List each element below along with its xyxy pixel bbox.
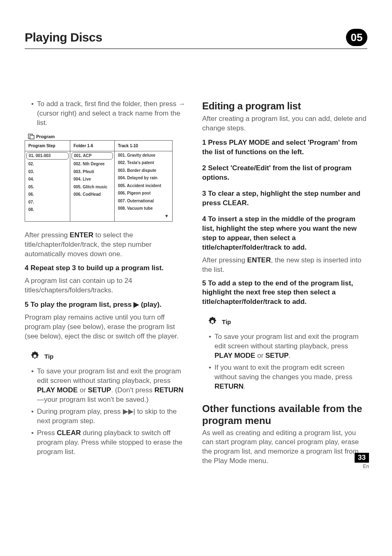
table-cell: 004. Delayed by rain [115, 174, 172, 182]
r-tip-bullet-2: • If you want to exit the program edit s… [209, 363, 367, 392]
program-icon [28, 134, 35, 139]
text-bold: ENTER [70, 231, 94, 239]
table-cell: 03. [25, 168, 70, 176]
col-header: Track 1-10 [115, 141, 172, 152]
text: (play). [139, 301, 161, 308]
text: To save your program list and exit the p… [37, 367, 181, 385]
page-number: 33 [355, 453, 369, 463]
bullet-dot: • [31, 367, 37, 405]
text-bold: SETUP [88, 386, 111, 394]
table-cell: 003. Pfeuti [70, 168, 114, 176]
other-functions-heading: Other functions available from the progr… [202, 403, 367, 427]
table-cell: 002. Tesla's patent [115, 159, 172, 167]
r-step-1: 1 Press PLAY MODE and select 'Program' f… [202, 138, 367, 157]
r-step-5: 5 To add a step to the end of the progra… [202, 279, 367, 307]
text-bold: RETURN [154, 386, 184, 394]
text-bold: RETURN [214, 382, 244, 390]
step-4-body: A program list can contain up to 24 titl… [25, 276, 190, 295]
gear-icon [206, 316, 219, 328]
table-cell: 07. [25, 198, 70, 206]
header-rule [25, 49, 367, 49]
text: 5 To play the program list, press [25, 301, 134, 308]
chapter-number-badge: 05 [346, 29, 367, 46]
text: or [78, 386, 88, 394]
table-cell: 04. [25, 176, 70, 183]
tip-bullet-2: • During program play, press ▶▶| to skip… [31, 407, 190, 426]
text: If you want to exit the program edit scr… [214, 364, 352, 381]
text: —your program list won't be saved.) [37, 396, 149, 403]
step-5-body: Program play remains active until you tu… [25, 313, 190, 341]
gear-icon [29, 350, 41, 363]
tip-label: Tip [44, 352, 53, 361]
text: . [244, 382, 246, 390]
step-4-head: 4 Repeat step 3 to build up a program li… [25, 264, 190, 273]
table-cell: 08. [25, 206, 70, 214]
scroll-down-icon: ▼ [115, 212, 172, 220]
text: During program play, press [37, 408, 123, 415]
r-step-4-body: After pressing ENTER, the new step is in… [202, 256, 367, 275]
left-column: • To add a track, first find the folder,… [25, 100, 190, 469]
text: . [288, 352, 291, 359]
text-bold: PLAY MODE [37, 386, 78, 394]
table-cell: 06. [25, 191, 70, 199]
table-cell: 007. Outernational [115, 197, 172, 205]
play-icon: ▶ [134, 301, 139, 308]
text: . (Don't press [111, 386, 154, 394]
text-bold: ENTER [247, 256, 271, 264]
text: Press [37, 429, 57, 437]
table-cell: 001. Gravity deluxe [115, 151, 172, 159]
right-column: Editing a program list After creating a … [202, 100, 367, 469]
text: After pressing [25, 231, 70, 239]
program-step-col: Program Step 01. 001-003 02. 03. 04. 05.… [25, 141, 70, 221]
table-cell: 001. ACP [71, 152, 113, 160]
folder-col: Folder 1-6 001. ACP 002. Nth Degree 003.… [70, 141, 114, 221]
text-bold: PLAY MODE [214, 352, 255, 359]
other-functions-body: As well as creating and editing a progra… [202, 429, 367, 466]
skip-next-icon: ▶▶| [123, 408, 135, 415]
table-cell: 003. Border dispute [115, 167, 172, 174]
tip-bullet-1: • To save your program list and exit the… [31, 367, 190, 405]
table-cell: 02. [25, 160, 70, 168]
text-bold: SETUP [265, 352, 289, 359]
bullet-dot: • [31, 429, 37, 457]
text-bold: CLEAR [57, 429, 81, 437]
bullet-dot: • [31, 100, 37, 128]
bullet-dot: • [209, 332, 214, 361]
text: To save your program list and exit the p… [214, 333, 359, 350]
table-cell: 006. CodHead [70, 191, 114, 199]
r-tip-bullet-1: • To save your program list and exit the… [209, 332, 367, 361]
svg-rect-1 [30, 135, 34, 139]
program-title: Program [36, 134, 55, 140]
table-cell: 006. Pigeon post [115, 190, 172, 197]
bullet-dot: • [31, 407, 37, 426]
tip-bullet-3: • Press CLEAR during playback to switch … [31, 429, 190, 457]
editing-heading: Editing a program list [202, 100, 367, 113]
svg-point-3 [211, 320, 214, 324]
tip-heading-right: Tip [206, 316, 367, 328]
r-step-4: 4 To insert a step in the middle of the … [202, 215, 367, 253]
table-cell: 01. 001-003 [26, 152, 69, 160]
tip-heading: Tip [29, 350, 190, 363]
r-step-3: 3 To clear a step, highlight the step nu… [202, 189, 367, 208]
program-table: Program Program Step 01. 001-003 02. 03.… [25, 134, 173, 222]
tip-label: Tip [222, 318, 231, 326]
table-cell: 05. [25, 183, 70, 191]
r-step-2: 2 Select 'Create/Edit' from the list of … [202, 164, 367, 183]
step-5-head: 5 To play the program list, press ▶ (pla… [25, 300, 190, 310]
table-cell: 008. Vacuum tube [115, 205, 172, 213]
text: After pressing [202, 256, 247, 264]
col-header: Folder 1-6 [70, 141, 114, 152]
bullet-add-track: • To add a track, first find the folder,… [31, 100, 190, 128]
text: To add a track, first find the folder, t… [37, 100, 178, 108]
track-col: Track 1-10 001. Gravity deluxe 002. Tesl… [114, 141, 173, 221]
svg-point-2 [33, 354, 37, 358]
section-title: Playing Discs [25, 30, 102, 44]
table-cell: 005. Glitch music [70, 183, 114, 191]
after-enter-text: After pressing ENTER to select the title… [25, 231, 190, 259]
text: or [255, 352, 265, 359]
text: (cursor right) and select a track name f… [37, 109, 180, 127]
col-header: Program Step [25, 141, 70, 152]
cursor-right-icon: → [178, 100, 185, 108]
bullet-dot: • [209, 363, 214, 392]
table-cell: 005. Accident incident [115, 182, 172, 190]
